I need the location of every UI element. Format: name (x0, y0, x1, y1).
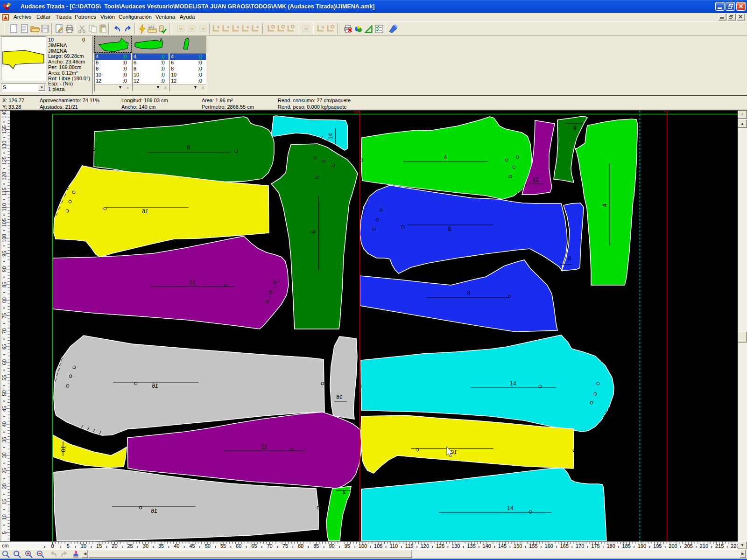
svg-text:105: 105 (1, 218, 7, 227)
svg-text:cm: cm (2, 543, 9, 548)
svg-text:65: 65 (251, 543, 257, 549)
svg-text:150: 150 (514, 543, 522, 549)
svg-text:90: 90 (1, 266, 7, 272)
svg-text:100: 100 (359, 543, 367, 549)
svg-text:25: 25 (127, 543, 133, 549)
svg-text:70: 70 (1, 328, 7, 334)
svg-text:180: 180 (606, 543, 615, 549)
svg-text:55: 55 (220, 543, 226, 549)
svg-text:10: 10 (60, 446, 67, 452)
svg-text:100: 100 (1, 234, 7, 242)
svg-text:210: 210 (700, 543, 708, 549)
svg-text:14: 14 (510, 380, 516, 387)
svg-text:20: 20 (112, 543, 117, 549)
svg-text:155: 155 (529, 543, 537, 549)
svg-text:105: 105 (374, 543, 382, 549)
svg-text:85: 85 (313, 543, 319, 549)
svg-text:160: 160 (545, 543, 553, 549)
svg-text:123: 123 (148, 25, 155, 29)
svg-text:190: 190 (638, 543, 646, 549)
svg-text:170: 170 (576, 543, 584, 549)
svg-text:16: 16 (151, 508, 157, 514)
svg-text:14: 14 (507, 505, 514, 511)
svg-text:95: 95 (1, 251, 7, 256)
svg-text:125: 125 (1, 156, 7, 165)
svg-text:8: 8 (467, 290, 471, 296)
svg-text:16: 16 (142, 208, 148, 215)
svg-text:5: 5 (67, 543, 70, 549)
svg-text:30: 30 (143, 543, 148, 549)
svg-text:4: 4 (342, 490, 345, 496)
svg-text:140: 140 (483, 543, 491, 549)
svg-text:12: 12 (189, 279, 196, 286)
svg-text:10: 10 (81, 543, 86, 549)
svg-text:16: 16 (336, 394, 343, 400)
svg-text:60: 60 (1, 359, 7, 365)
svg-text:80: 80 (1, 297, 7, 303)
svg-text:65: 65 (1, 344, 7, 350)
svg-text:110: 110 (390, 543, 398, 549)
svg-text:50: 50 (1, 390, 7, 396)
svg-text:70: 70 (267, 543, 272, 549)
svg-text:125: 125 (436, 543, 444, 549)
svg-text:115: 115 (405, 543, 414, 549)
svg-text:75: 75 (282, 543, 288, 549)
svg-text:35: 35 (158, 543, 164, 549)
svg-text:45: 45 (189, 543, 195, 549)
svg-text:140: 140 (1, 111, 7, 119)
svg-text:80: 80 (298, 543, 303, 549)
svg-text:205: 205 (684, 543, 693, 549)
svg-text:9: 9 (573, 125, 577, 132)
svg-text:85: 85 (1, 282, 7, 287)
svg-text:60: 60 (236, 543, 241, 549)
svg-text:12: 12 (532, 176, 539, 183)
svg-text:175: 175 (591, 543, 599, 549)
svg-text:14: 14 (327, 133, 334, 140)
svg-text:40: 40 (1, 421, 7, 427)
svg-text:20: 20 (1, 483, 7, 489)
svg-text:55: 55 (1, 375, 7, 380)
svg-text:75: 75 (1, 313, 7, 318)
svg-text:8: 8 (448, 226, 451, 232)
svg-text:120: 120 (1, 172, 7, 180)
svg-text:215: 215 (715, 543, 724, 549)
svg-text:CD: CD (353, 111, 358, 114)
svg-text:6: 6 (187, 144, 190, 151)
svg-text:45: 45 (1, 406, 7, 412)
svg-text:165: 165 (560, 543, 569, 549)
svg-text:4: 4 (444, 154, 447, 161)
svg-text:200: 200 (669, 543, 677, 549)
svg-text:110: 110 (1, 203, 7, 211)
svg-text:16: 16 (152, 383, 158, 389)
svg-text:115: 115 (1, 188, 7, 196)
svg-text:30: 30 (1, 452, 7, 458)
svg-text:135: 135 (467, 543, 475, 549)
svg-text:25: 25 (1, 468, 7, 474)
svg-text:130: 130 (1, 141, 7, 149)
svg-text:135: 135 (1, 126, 7, 134)
svg-text:40: 40 (174, 543, 179, 549)
svg-text:15: 15 (1, 499, 7, 504)
svg-text:6: 6 (310, 230, 317, 233)
svg-text:4: 4 (601, 203, 608, 207)
svg-text:145: 145 (498, 543, 507, 549)
svg-text:90: 90 (329, 543, 334, 549)
svg-text:130: 130 (451, 543, 460, 549)
svg-text:8: 8 (568, 255, 571, 262)
svg-text:35: 35 (1, 437, 7, 442)
svg-text:95: 95 (345, 543, 350, 549)
svg-text:15: 15 (96, 543, 102, 549)
svg-text:50: 50 (205, 543, 211, 549)
svg-text:5: 5 (1, 532, 7, 534)
svg-text:120: 120 (421, 543, 429, 549)
svg-text:12: 12 (261, 443, 268, 450)
svg-text:185: 185 (622, 543, 631, 549)
svg-text:0: 0 (51, 543, 54, 549)
svg-text:195: 195 (653, 543, 662, 549)
svg-text:10: 10 (1, 514, 7, 520)
